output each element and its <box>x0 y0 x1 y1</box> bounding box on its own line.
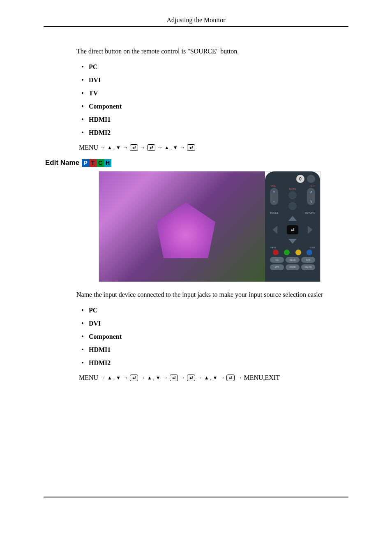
arrow-right-icon: → <box>180 144 185 151</box>
footer-divider <box>44 497 348 497</box>
volume-rocker: +− <box>270 188 278 205</box>
source-options-list: •PC •DVI •TV •Component •HDMI1 •HDMI2 <box>76 63 348 136</box>
list-item: •PC <box>81 63 348 71</box>
tools-label: TOOLS <box>270 212 278 214</box>
list-item: •PC <box>81 307 348 314</box>
blue-button <box>307 250 312 255</box>
vol-label: VOL <box>271 185 276 187</box>
enter-icon <box>187 375 195 381</box>
arrow-right-icon: → <box>197 375 203 381</box>
dpad-right-icon <box>308 226 313 234</box>
channel-rocker: ∧∨ <box>307 188 315 205</box>
list-item: •DVI <box>81 76 348 84</box>
enter-icon <box>170 375 178 381</box>
arrow-right-icon: → <box>100 144 106 151</box>
up-down-icon: ▲ , ▼ <box>204 375 218 381</box>
green-button <box>284 250 290 255</box>
arrow-right-icon: → <box>100 375 106 381</box>
list-item: •HDMI2 <box>81 359 348 367</box>
svg-rect-4 <box>170 375 178 381</box>
mts-button: MTS <box>270 264 284 270</box>
enter-icon <box>130 375 138 381</box>
list-item: •HDMI1 <box>81 116 348 123</box>
exit-label: EXIT <box>310 246 315 249</box>
cc-button: CC <box>270 257 284 263</box>
enter-icon <box>130 144 138 151</box>
ch-label: CH <box>311 185 314 187</box>
menu-end: MENU,EXIT <box>244 374 280 382</box>
list-item: •DVI <box>81 320 348 327</box>
mute-button <box>288 191 297 199</box>
badge-t: T <box>89 159 97 167</box>
page-header-title: Adjusting the Monitor <box>44 16 348 26</box>
menu-start: MENU <box>79 374 98 382</box>
source-menu-path: MENU → ▲ , ▼ → → → ▲ , ▼ → <box>76 144 348 151</box>
dpad-up-icon <box>288 216 297 221</box>
arrow-right-icon: → <box>140 375 145 381</box>
up-down-icon: ▲ , ▼ <box>107 375 121 381</box>
source-intro-text: The direct button on the remote control … <box>76 48 348 55</box>
arrow-right-icon: → <box>236 375 242 381</box>
arrow-right-icon: → <box>162 375 168 381</box>
svg-rect-2 <box>187 145 195 151</box>
edit-menu-path: MENU → ▲ , ▼ → → ▲ , ▼ → → → ▲ , ▼ → → M… <box>76 374 348 382</box>
edit-intro-text: Name the input device connected to the i… <box>76 291 348 298</box>
remote-prech-button <box>307 175 315 183</box>
info-label: INFO <box>270 246 276 249</box>
enter-icon <box>226 375 235 381</box>
menu-start: MENU <box>79 144 98 151</box>
yellow-button <box>295 250 301 255</box>
heading-text: Edit Name <box>45 159 79 167</box>
arrow-right-icon: → <box>122 375 128 381</box>
edit-name-heading: Edit Name P T C H <box>45 159 348 167</box>
up-down-icon: ▲ , ▼ <box>164 145 178 151</box>
remote-zero-button: 0 <box>296 175 304 183</box>
menu-button: MENU <box>286 257 300 263</box>
psize-button: P.SIZE <box>286 264 300 270</box>
dpad <box>270 215 315 245</box>
dpad-enter-button <box>287 225 298 234</box>
badge-p: P <box>82 159 89 167</box>
favch-button: FAV.CH <box>301 264 315 270</box>
list-item: •Component <box>81 333 348 340</box>
list-item: •TV <box>81 90 348 97</box>
arrow-right-icon: → <box>219 375 225 381</box>
flower-photo <box>99 171 265 282</box>
up-down-icon: ▲ , ▼ <box>107 145 121 151</box>
source-button <box>288 202 297 210</box>
svg-rect-1 <box>147 145 155 151</box>
dpad-down-icon <box>288 239 297 244</box>
svg-rect-5 <box>187 375 195 381</box>
list-item: •HDMI2 <box>81 129 348 136</box>
dpad-left-icon <box>272 226 277 234</box>
mode-badges: P T C H <box>82 159 111 167</box>
list-item: •HDMI1 <box>81 346 348 354</box>
arrow-right-icon: → <box>157 144 163 151</box>
up-down-icon: ▲ , ▼ <box>147 375 161 381</box>
list-item: •Component <box>81 103 348 110</box>
mute-label: MUTE <box>289 188 296 190</box>
edit-options-list: •PC •DVI •Component •HDMI1 •HDMI2 <box>76 307 348 367</box>
remote-control-image: 0 VOLCH +− MUTE ∧∨ TOOLSRETURN <box>265 171 320 282</box>
svg-rect-6 <box>227 375 235 381</box>
badge-h: H <box>104 159 111 167</box>
badge-c: C <box>97 159 104 167</box>
enter-icon <box>147 144 155 151</box>
arrow-right-icon: → <box>180 375 185 381</box>
arrow-right-icon: → <box>122 144 128 151</box>
return-label: RETURN <box>305 212 315 214</box>
arrow-right-icon: → <box>140 144 145 151</box>
enter-icon <box>187 144 195 151</box>
svg-rect-0 <box>130 145 138 151</box>
screenshot-image: 0 VOLCH +− MUTE ∧∨ TOOLSRETURN <box>99 171 321 282</box>
srs-button: SRS <box>301 257 315 263</box>
svg-rect-3 <box>130 375 138 381</box>
red-button <box>273 250 279 255</box>
